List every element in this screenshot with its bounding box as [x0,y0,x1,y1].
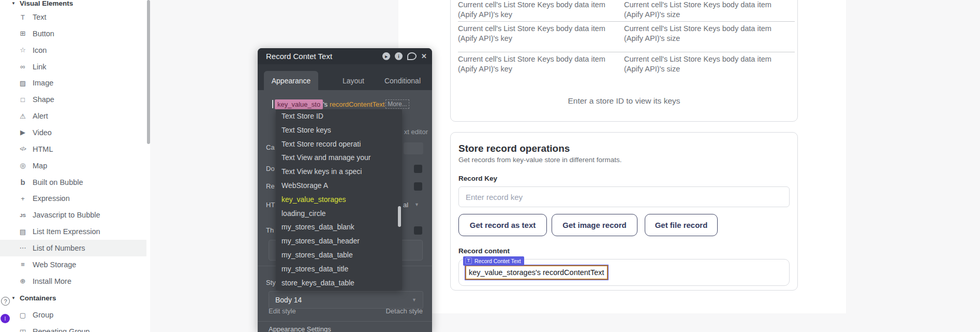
sidebar-item-label: HTML [33,145,53,153]
sidebar-item-label: List of Numbers [33,244,85,252]
autocomplete-item-webstorage-a[interactable]: WebStorage A [276,179,402,193]
appearance-settings-header: Appearance Settings [269,325,331,332]
table-row-divider [458,21,795,22]
sidebar-item-label: Install More [33,277,71,285]
detach-style-link[interactable]: Detach style [385,307,423,315]
comment-icon[interactable] [407,52,417,60]
table-cell-key: Current cell's List Store Keys body data… [458,54,623,74]
sidebar-item-button[interactable]: ⊞Button [0,25,146,42]
sidebar-item-built-on-bubble[interactable]: bBuilt on Bubble [0,174,146,191]
sidebar-item-link[interactable]: ∞Link [0,59,146,75]
plus-icon: + [18,195,28,203]
record-content-label: Record content [458,247,510,255]
sidebar-item-shape[interactable]: □Shape [0,91,146,108]
autocomplete-item-text-view-keys-in-a-speci[interactable]: Text View keys in a speci [276,165,402,179]
list-item-expression-icon: ▤ [18,228,28,236]
table-cell-size: Current cell's List Store Keys body data… [624,54,790,74]
expression-token[interactable]: key_value_sto [275,99,323,109]
autocomplete-item-my_stores_data_title[interactable]: my_stores_data_title [276,262,402,276]
sidebar-item-video[interactable]: ▶Video [0,124,146,141]
sidebar-item-icon[interactable]: ☆Icon [0,42,146,59]
get-image-record-button[interactable]: Get image record [552,214,637,236]
card-subtitle: Get records from key-value store in diff… [458,156,622,164]
section-header-visual-elements[interactable]: ▼Visual Elements [11,0,73,8]
sidebar-item-web-storage[interactable]: ≡Web Storage [0,256,146,273]
sidebar-item-label: Video [33,128,52,137]
help-button[interactable]: ? [1,297,10,306]
sidebar-item-group[interactable]: ▢Group [0,307,146,323]
map-icon: ◎ [18,162,28,169]
preview-icon[interactable]: ▸ [382,52,390,60]
selected-text-element[interactable]: key_value_storages's recordContentText [465,265,608,280]
sidebar-item-repeating-group[interactable]: ◫Repeating Group [0,323,146,332]
sidebar-item-alert[interactable]: ⚠Alert [0,108,146,124]
sidebar-item-javascript-to-bubble[interactable]: JSJavascript to Bubble [0,207,146,223]
panel-label-th: Th [266,226,274,234]
store-keys-table-card[interactable]: Current cell's List Store Keys body data… [450,0,798,122]
autocomplete-item-text-store-keys[interactable]: Text Store keys [276,123,402,137]
sidebar-item-list-item-expression[interactable]: ▤List Item Expression [0,223,146,240]
autocomplete-item-text-store-id[interactable]: Text Store ID [276,109,402,123]
selected-element-badge-label: Record Contet Text [474,258,521,264]
autocomplete-item-store_keys_data_table[interactable]: store_keys_data_table [276,276,402,290]
tab-layout[interactable]: Layout [330,71,377,90]
edit-style-link[interactable]: Edit style [269,307,296,315]
expression-connector: 's [323,100,328,108]
info-icon[interactable]: i [395,52,403,60]
autocomplete-item-my_stores_data_header[interactable]: my_stores_data_header [276,234,402,248]
card-title: Store record operations [458,143,570,154]
record-key-input[interactable] [458,186,790,207]
autocomplete-item-loading_circle[interactable]: loading_circle [276,207,402,221]
panel-checkbox-1[interactable] [414,165,422,173]
sidebar-item-text[interactable]: TText [0,9,146,25]
autocomplete-item-text-store-record-operati[interactable]: Text Store record operati [276,137,402,151]
sidebar-item-html[interactable]: </>HTML [0,141,146,157]
autocomplete-scrollbar-thumb[interactable] [398,206,401,227]
autocomplete-item-key_value_storages[interactable]: key_value_storages [276,193,402,207]
autocomplete-item-my_stores_data_table[interactable]: my_stores_data_table [276,248,402,262]
sidebar-item-label: Built on Bubble [33,178,83,186]
sidebar-item-install-more[interactable]: ⊕Install More [0,273,146,290]
html-tag-dropdown-value[interactable]: al [403,201,408,209]
autocomplete-dropdown: store_keys_data_tablemy_stores_data_titl… [276,109,402,290]
sidebar-item-label: Map [33,162,47,170]
panel-input-fragment[interactable] [404,142,423,154]
panel-label-re: Re [266,182,275,190]
expression-editor[interactable]: key_value_sto 's recordContentText More.… [272,98,409,110]
panel-checkbox-3[interactable] [414,226,422,235]
tab-conditional[interactable]: Conditional [377,71,428,90]
caret-down-icon: ▼ [11,1,16,6]
record-key-label: Record Key [458,175,497,182]
sidebar-item-list-of-numbers[interactable]: ⋯List of Numbers [0,240,146,256]
expression-path[interactable]: recordContentText [330,100,384,108]
sidebar-item-map[interactable]: ◎Map [0,157,146,174]
tab-appearance[interactable]: Appearance [264,71,318,90]
autocomplete-item-text-view-and-manage-your[interactable]: Text View and manage your [276,151,402,165]
sidebar-item-label: Text [33,13,47,21]
get-record-as-text-button[interactable]: Get record as text [458,214,547,236]
panel-checkbox-2[interactable] [414,182,422,191]
section-header-containers[interactable]: ▼Containers [11,293,56,303]
panel-label-do: Do [266,165,275,172]
sidebar-item-label: Button [33,30,54,38]
style-dropdown-value: Body 14 [275,292,302,308]
sidebar-item-label: Alert [33,112,48,120]
star-icon: ☆ [18,46,28,54]
sidebar-item-image[interactable]: ▨Image [0,75,146,91]
sidebar-item-label: Expression [33,194,70,203]
avatar-button[interactable]: I [1,314,10,323]
get-file-record-button[interactable]: Get file record [645,214,718,236]
repeating-group-icon: ◫ [18,328,28,332]
javascript-icon: JS [18,212,28,218]
close-icon[interactable]: ✕ [421,52,427,60]
rich-text-editor-link[interactable]: xt editor [404,128,428,136]
sidebar-item-label: Web Storage [33,261,76,269]
table-cell-size: Current cell's List Store Keys body data… [624,0,790,19]
expression-more-button[interactable]: More... [385,99,409,109]
autocomplete-item-my_stores_data_blank[interactable]: my_stores_data_blank [276,220,402,234]
style-dropdown[interactable]: Body 14 ▼ [269,291,423,309]
sidebar-item-expression[interactable]: +Expression [0,190,146,207]
panel-header[interactable]: Record Contet Text ▸ i ✕ [258,48,432,64]
sidebar-scrollbar-thumb[interactable] [147,0,150,144]
selected-element-badge: T Record Contet Text [463,256,524,266]
